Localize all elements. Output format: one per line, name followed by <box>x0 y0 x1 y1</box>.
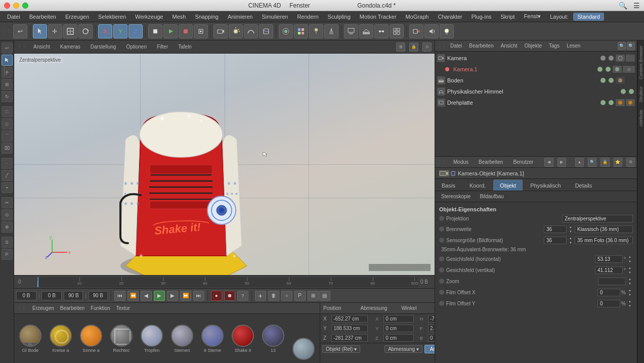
prev-frame-btn[interactable]: ◀ <box>141 291 152 301</box>
point-mode-btn[interactable]: · <box>2 158 13 169</box>
camera-btn[interactable] <box>213 24 228 38</box>
obj-tags-btn[interactable]: Tags <box>546 42 563 49</box>
undo-button[interactable]: ↩ <box>13 24 27 38</box>
hair-btn[interactable] <box>324 24 338 38</box>
pos-x-input[interactable] <box>331 315 368 323</box>
obj-boden-row[interactable]: Boden <box>435 75 637 86</box>
next-frame-btn[interactable]: ▶ <box>167 291 178 301</box>
z-axis-btn[interactable]: Z <box>128 24 143 38</box>
obj-datei-btn[interactable]: Datei <box>447 42 465 49</box>
render-btn[interactable] <box>194 24 208 38</box>
loop-side-btn[interactable]: ⊙ <box>2 209 13 220</box>
menu-plug-ins[interactable]: Plug-ins <box>467 13 496 21</box>
tab-strip-attribute[interactable]: Attribute <box>638 108 643 129</box>
vp-darstellung-btn[interactable]: Darstellung <box>88 43 119 51</box>
attr-benutzer-btn[interactable]: Benutzer <box>510 159 536 165</box>
spline-side-btn[interactable]: ⌒ <box>2 130 13 142</box>
proj-val[interactable] <box>562 215 633 222</box>
obj-search-icon[interactable]: 🔍 <box>618 42 626 50</box>
kamera-render-flag[interactable] <box>608 55 615 62</box>
mat-erzeugen-btn[interactable]: Erzeugen <box>32 305 54 311</box>
obj-bearbeiten-btn[interactable]: Bearbeiten <box>466 42 496 49</box>
foy-input[interactable] <box>597 300 620 307</box>
spline-btn[interactable] <box>244 24 258 38</box>
pos-y-input[interactable] <box>331 325 368 332</box>
boden-render-flag[interactable] <box>608 77 615 84</box>
menu-datei[interactable]: Datei <box>3 13 24 21</box>
edge-mode-btn[interactable]: ╱ <box>2 170 13 181</box>
size-x-input[interactable] <box>383 315 414 323</box>
frame-b1-input[interactable] <box>64 291 83 300</box>
key-mode-btn[interactable]: ○ <box>281 291 292 301</box>
select-tool[interactable] <box>33 24 47 38</box>
frame-b2-input[interactable] <box>89 291 108 300</box>
menu-animieren[interactable]: Animieren <box>224 13 257 21</box>
drehplatte-vis-flag[interactable] <box>599 99 607 106</box>
menu-bearbeiten[interactable]: Bearbeiten <box>25 13 60 21</box>
pos-z-input[interactable] <box>331 334 368 342</box>
drehplatte-mat-icon2[interactable] <box>626 99 635 106</box>
kamera-vis-flag[interactable] <box>599 55 607 62</box>
move-tool[interactable]: ✛ <box>48 24 62 38</box>
fox-spin-dn[interactable]: ▼ <box>627 292 633 297</box>
material-item-extra1[interactable] <box>289 338 318 361</box>
stop-btn[interactable] <box>179 24 193 38</box>
gfh-spin-up[interactable]: ▲ <box>627 254 633 259</box>
poly-mode-btn[interactable]: ▪ <box>2 182 13 193</box>
menu-simulieren[interactable]: Simulieren <box>257 13 292 21</box>
obj-kamera-row[interactable]: Kamera <box>435 53 637 64</box>
frame-start-input[interactable] <box>16 291 36 300</box>
obj-drehplatte-row[interactable]: Drehplatte <box>435 97 637 108</box>
attr-cog-btn[interactable]: ⚙ <box>626 158 635 167</box>
zoom-spin-up[interactable]: ▲ <box>627 277 633 281</box>
zoom-input[interactable] <box>598 278 626 285</box>
auto-key-btn[interactable]: P <box>294 291 306 301</box>
menu-snapping[interactable]: Snapping <box>191 13 223 21</box>
brenn-spin-dn[interactable]: ▼ <box>568 229 574 234</box>
prev-key-btn[interactable]: ⏪ <box>127 291 139 301</box>
attr-modus-btn[interactable]: Modus <box>450 159 471 165</box>
sound-btn[interactable] <box>424 24 439 38</box>
kamera1-sphere-icon[interactable] <box>613 66 622 73</box>
zoom-spin-dn[interactable]: ▼ <box>627 281 633 286</box>
size-y-input[interactable] <box>383 325 414 332</box>
y-axis-btn[interactable]: Y <box>113 24 127 38</box>
extra-btn2[interactable]: ▤ <box>319 291 330 301</box>
attr-search-btn[interactable]: 🔍 <box>588 158 596 167</box>
kamera-extra-icon[interactable] <box>626 55 635 62</box>
material-item-gl-bode[interactable]: GL Gl Bode <box>16 325 45 353</box>
subtab-bildaufbau[interactable]: Bildaufbau <box>476 193 507 200</box>
rotate-side-btn[interactable]: ↻ <box>2 91 13 102</box>
obj-search2-icon[interactable]: 🔍 <box>627 42 635 50</box>
boden-mat-icon[interactable] <box>616 77 625 84</box>
material-item-shakeit[interactable]: Shake it <box>229 325 257 353</box>
coord-mode-dropdown[interactable]: Objekt (Rel) ▾ <box>322 345 360 353</box>
attr-lock-btn[interactable]: 🔒 <box>600 158 609 167</box>
kamera1-vis-flag[interactable] <box>596 66 604 73</box>
mat-textur-btn[interactable]: Textur <box>116 305 130 311</box>
record-help-btn[interactable]: ? <box>237 291 248 301</box>
himmel-vis-flag[interactable] <box>620 88 627 95</box>
tab-strip-struktur[interactable]: Struktur <box>638 84 643 105</box>
knife-side-btn[interactable]: ✂ <box>2 197 13 208</box>
brenn-type-input[interactable] <box>575 225 633 233</box>
sculpt-side-btn[interactable]: S <box>2 237 13 248</box>
fox-input[interactable] <box>597 289 620 296</box>
vp-filter-btn[interactable]: Filter <box>154 43 171 51</box>
material-item-rechtec[interactable]: Rechtec <box>107 325 136 353</box>
attr-bearbeiten-btn[interactable]: Bearbeiten <box>476 159 506 165</box>
vp-camera-icon[interactable]: ⊙ <box>422 42 432 52</box>
material-item-6sterne[interactable]: 6 Sterne <box>198 325 227 353</box>
tab-koord[interactable]: Koord. <box>463 179 492 191</box>
menu-erzeugen[interactable]: Erzeugen <box>61 13 93 21</box>
record-cam-btn[interactable] <box>409 24 423 38</box>
play-btn[interactable] <box>163 24 178 38</box>
brenn-num-input[interactable] <box>544 225 567 233</box>
mat-bearbeiten-btn[interactable]: Bearbeiten <box>60 305 84 311</box>
drehplatte-mat-icon1[interactable] <box>616 99 625 106</box>
foy-spin-dn[interactable]: ▼ <box>627 303 633 308</box>
abmessung-dropdown[interactable]: Abmessung ▾ <box>384 345 422 353</box>
primitive-side-btn[interactable]: □ <box>2 106 13 117</box>
foy-spin-up[interactable]: ▲ <box>627 299 633 303</box>
gfh-input[interactable] <box>595 255 623 263</box>
